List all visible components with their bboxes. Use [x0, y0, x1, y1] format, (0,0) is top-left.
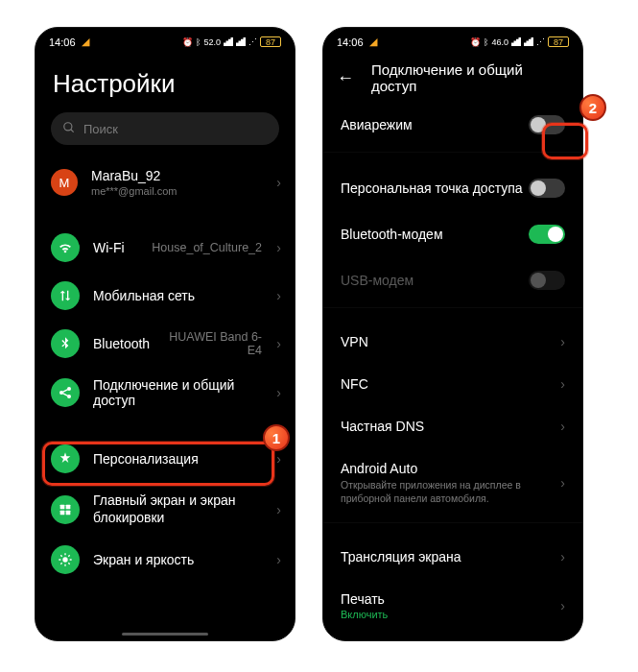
row-bt-modem[interactable]: Bluetooth-модем	[323, 211, 582, 257]
row-print[interactable]: Печать Включить ›	[323, 578, 582, 634]
row-wifi[interactable]: Wi-Fi House_of_Culture_2 ›	[35, 224, 295, 272]
chevron-right-icon: ›	[276, 502, 281, 517]
svg-rect-8	[66, 510, 71, 515]
alarm-icon: ⏰	[182, 37, 193, 47]
row-mobile-network[interactable]: Мобильная сеть ›	[35, 272, 295, 320]
search-icon	[62, 121, 76, 137]
chevron-right-icon: ›	[276, 288, 281, 303]
svg-line-1	[71, 129, 74, 132]
svg-rect-7	[60, 510, 65, 515]
wifi-icon: ⋰	[248, 37, 257, 47]
home-indicator[interactable]	[122, 633, 208, 636]
row-label: Авиарежим	[341, 117, 413, 132]
account-row[interactable]: M MaraBu_92 me***@gmail.com ›	[35, 158, 295, 206]
row-quick-connect[interactable]: Быстрое подключение к устройствам ›	[323, 634, 582, 640]
row-label: Персональная точка доступа	[341, 180, 523, 196]
chevron-right-icon: ›	[560, 419, 565, 434]
row-label: NFC	[341, 376, 368, 392]
svg-line-14	[60, 555, 61, 556]
row-airplane-mode[interactable]: Авиарежим	[323, 102, 582, 148]
row-label: Подключение и общий доступ	[93, 377, 279, 408]
svg-line-17	[68, 555, 69, 556]
row-label: Экран и яркость	[93, 552, 279, 567]
status-indicator-icon: ◢	[82, 36, 89, 48]
bluetooth-circle-icon	[51, 329, 80, 358]
row-hotspot[interactable]: Персональная точка доступа	[323, 165, 582, 211]
airplane-toggle[interactable]	[529, 115, 565, 134]
chevron-right-icon: ›	[276, 552, 281, 567]
search-input[interactable]: Поиск	[51, 112, 279, 145]
chevron-right-icon: ›	[276, 175, 281, 190]
usb-modem-toggle	[529, 271, 565, 290]
row-vpn[interactable]: VPN ›	[323, 321, 582, 363]
row-android-auto[interactable]: Android Auto Открывайте приложения на ди…	[323, 447, 582, 518]
row-label: VPN	[341, 334, 368, 349]
account-email: me***@gmail.com	[91, 185, 279, 197]
row-label: Bluetooth-модем	[341, 227, 443, 242]
chevron-right-icon: ›	[560, 334, 565, 349]
wifi-icon: ⋰	[536, 37, 545, 47]
battery-icon: 87	[260, 36, 281, 47]
row-label: Мобильная сеть	[93, 288, 279, 303]
signal-icon	[511, 37, 521, 46]
row-usb-modem: USB-модем	[323, 257, 582, 303]
row-value: HUAWEI Band 6-E4	[163, 330, 279, 357]
back-arrow-icon[interactable]: ←	[337, 69, 354, 86]
chevron-right-icon: ›	[276, 240, 281, 255]
phone-settings: 14:06 ◢ ⏰ ᛒ 52.0 ⋰ 87 Настройки Поиск	[35, 27, 295, 641]
hotspot-toggle[interactable]	[529, 179, 565, 198]
signal-icon	[224, 37, 233, 46]
status-time: 14:06	[49, 36, 76, 48]
svg-line-15	[68, 563, 69, 564]
bt-icon: ᛒ	[484, 37, 488, 47]
row-label: Wi-Fi	[93, 240, 125, 255]
chevron-right-icon: ›	[560, 598, 565, 613]
share-circle-icon	[51, 378, 80, 407]
row-state: Включить	[341, 609, 551, 620]
bt-modem-toggle[interactable]	[529, 225, 565, 244]
row-label: USB-модем	[341, 273, 414, 288]
account-name: MaraBu_92	[91, 168, 279, 183]
signal-icon-2	[236, 37, 246, 46]
status-bar: 14:06 ◢ ⏰ ᛒ 46.0 ⋰ 87	[323, 28, 582, 52]
personalization-icon	[51, 444, 80, 473]
net-speed: 46.0	[491, 37, 508, 47]
search-placeholder: Поиск	[83, 122, 118, 136]
row-label: Трансляция экрана	[341, 549, 461, 564]
svg-rect-6	[66, 504, 71, 509]
row-private-dns[interactable]: Частная DNS ›	[323, 405, 582, 447]
row-personalization[interactable]: Персонализация ›	[35, 435, 295, 483]
row-connection-sharing[interactable]: Подключение и общий доступ ›	[35, 368, 295, 418]
home-screen-icon	[51, 495, 80, 524]
detail-header: ← Подключение и общий доступ	[323, 52, 582, 102]
row-home-lock-screen[interactable]: Главный экран и экран блокировки ›	[35, 483, 295, 536]
status-time: 14:06	[337, 36, 364, 48]
mobile-data-icon	[51, 281, 80, 310]
row-nfc[interactable]: NFC ›	[323, 363, 582, 405]
chevron-right-icon: ›	[276, 385, 281, 400]
detail-title: Подключение и общий доступ	[371, 61, 569, 94]
row-bluetooth[interactable]: Bluetooth HUAWEI Band 6-E4 ›	[35, 320, 295, 368]
row-label: Печать	[341, 591, 551, 607]
row-label: Android Auto	[341, 461, 551, 476]
alarm-icon: ⏰	[470, 37, 481, 47]
row-label: Bluetooth	[93, 336, 150, 351]
row-label: Частная DNS	[341, 419, 424, 434]
row-display-brightness[interactable]: Экран и яркость ›	[35, 536, 295, 584]
signal-icon-2	[524, 37, 533, 46]
brightness-icon	[51, 545, 80, 574]
chevron-right-icon: ›	[560, 549, 565, 564]
svg-point-9	[62, 557, 67, 562]
status-bar: 14:06 ◢ ⏰ ᛒ 52.0 ⋰ 87	[35, 28, 295, 52]
svg-line-16	[60, 563, 61, 564]
chevron-right-icon: ›	[560, 475, 565, 491]
net-speed: 52.0	[203, 37, 221, 47]
battery-icon: 87	[548, 36, 569, 47]
page-title: Настройки	[35, 52, 295, 112]
row-subtitle: Открывайте приложения на дисплее в прибо…	[341, 479, 551, 505]
row-cast[interactable]: Трансляция экрана ›	[323, 536, 582, 578]
settings-list: M MaraBu_92 me***@gmail.com › Wi-Fi Hous…	[35, 158, 295, 640]
svg-rect-5	[60, 504, 65, 509]
detail-list: Авиарежим Персональная точка доступа Blu…	[323, 102, 582, 640]
avatar: M	[51, 169, 78, 196]
